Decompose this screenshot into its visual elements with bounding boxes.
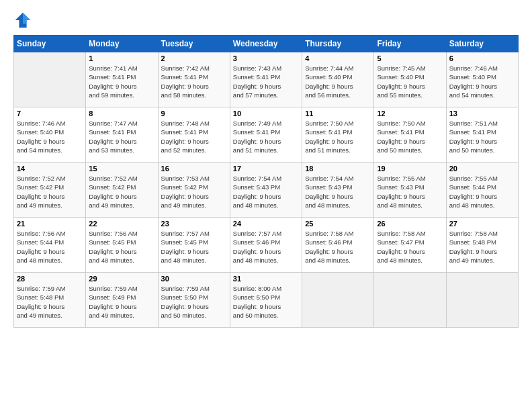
day-number: 14 bbox=[17, 165, 83, 173]
day-cell: 28Sunrise: 7:59 AM Sunset: 5:48 PM Dayli… bbox=[14, 273, 86, 328]
day-cell bbox=[302, 273, 374, 328]
day-number: 3 bbox=[233, 54, 299, 62]
day-number: 24 bbox=[233, 220, 299, 228]
logo-icon bbox=[13, 11, 32, 30]
day-cell: 2Sunrise: 7:42 AM Sunset: 5:41 PM Daylig… bbox=[158, 52, 230, 107]
day-info: Sunrise: 7:56 AM Sunset: 5:45 PM Dayligh… bbox=[89, 229, 154, 265]
day-info: Sunrise: 7:46 AM Sunset: 5:40 PM Dayligh… bbox=[17, 119, 83, 154]
day-number: 31 bbox=[233, 275, 299, 283]
day-info: Sunrise: 7:55 AM Sunset: 5:44 PM Dayligh… bbox=[449, 174, 515, 210]
day-number: 27 bbox=[449, 220, 515, 228]
day-info: Sunrise: 7:50 AM Sunset: 5:41 PM Dayligh… bbox=[377, 119, 443, 154]
day-info: Sunrise: 7:43 AM Sunset: 5:41 PM Dayligh… bbox=[233, 64, 299, 99]
day-info: Sunrise: 7:49 AM Sunset: 5:41 PM Dayligh… bbox=[233, 119, 299, 154]
col-header-monday: Monday bbox=[86, 36, 158, 52]
day-number: 21 bbox=[17, 220, 83, 228]
week-row-1: 1Sunrise: 7:41 AM Sunset: 5:41 PM Daylig… bbox=[14, 52, 519, 107]
day-number: 29 bbox=[89, 275, 154, 283]
col-header-wednesday: Wednesday bbox=[230, 36, 302, 52]
day-cell: 20Sunrise: 7:55 AM Sunset: 5:44 PM Dayli… bbox=[446, 163, 518, 218]
day-number: 2 bbox=[161, 54, 227, 62]
day-cell: 22Sunrise: 7:56 AM Sunset: 5:45 PM Dayli… bbox=[86, 218, 158, 273]
day-cell: 17Sunrise: 7:54 AM Sunset: 5:43 PM Dayli… bbox=[230, 163, 302, 218]
day-info: Sunrise: 7:55 AM Sunset: 5:43 PM Dayligh… bbox=[377, 174, 443, 210]
day-number: 22 bbox=[89, 220, 154, 228]
day-number: 6 bbox=[449, 54, 515, 62]
day-cell: 8Sunrise: 7:47 AM Sunset: 5:41 PM Daylig… bbox=[86, 107, 158, 163]
day-number: 4 bbox=[305, 54, 371, 62]
day-cell: 11Sunrise: 7:50 AM Sunset: 5:41 PM Dayli… bbox=[302, 107, 374, 163]
week-row-4: 21Sunrise: 7:56 AM Sunset: 5:44 PM Dayli… bbox=[14, 218, 519, 273]
day-info: Sunrise: 7:52 AM Sunset: 5:42 PM Dayligh… bbox=[89, 174, 154, 210]
day-info: Sunrise: 8:00 AM Sunset: 5:50 PM Dayligh… bbox=[233, 284, 299, 320]
calendar-table: SundayMondayTuesdayWednesdayThursdayFrid… bbox=[13, 35, 519, 328]
day-cell: 18Sunrise: 7:54 AM Sunset: 5:43 PM Dayli… bbox=[302, 163, 374, 218]
day-cell: 13Sunrise: 7:51 AM Sunset: 5:41 PM Dayli… bbox=[446, 107, 518, 163]
day-number: 8 bbox=[89, 109, 154, 118]
day-info: Sunrise: 7:41 AM Sunset: 5:41 PM Dayligh… bbox=[89, 64, 154, 99]
day-cell: 5Sunrise: 7:45 AM Sunset: 5:40 PM Daylig… bbox=[374, 52, 446, 107]
week-row-3: 14Sunrise: 7:52 AM Sunset: 5:42 PM Dayli… bbox=[14, 163, 519, 218]
day-number: 15 bbox=[89, 165, 154, 173]
day-info: Sunrise: 7:56 AM Sunset: 5:44 PM Dayligh… bbox=[17, 229, 83, 265]
day-cell: 7Sunrise: 7:46 AM Sunset: 5:40 PM Daylig… bbox=[14, 107, 86, 163]
day-cell: 9Sunrise: 7:48 AM Sunset: 5:41 PM Daylig… bbox=[158, 107, 230, 163]
day-number: 11 bbox=[305, 109, 371, 118]
svg-marker-1 bbox=[23, 13, 30, 24]
day-number: 16 bbox=[161, 165, 227, 173]
day-info: Sunrise: 7:57 AM Sunset: 5:46 PM Dayligh… bbox=[233, 229, 299, 265]
day-info: Sunrise: 7:58 AM Sunset: 5:46 PM Dayligh… bbox=[305, 229, 371, 265]
day-cell: 10Sunrise: 7:49 AM Sunset: 5:41 PM Dayli… bbox=[230, 107, 302, 163]
day-cell: 14Sunrise: 7:52 AM Sunset: 5:42 PM Dayli… bbox=[14, 163, 86, 218]
day-number: 25 bbox=[305, 220, 371, 228]
day-info: Sunrise: 7:45 AM Sunset: 5:40 PM Dayligh… bbox=[377, 64, 443, 99]
col-header-friday: Friday bbox=[374, 36, 446, 52]
week-row-2: 7Sunrise: 7:46 AM Sunset: 5:40 PM Daylig… bbox=[14, 107, 519, 163]
day-cell: 4Sunrise: 7:44 AM Sunset: 5:40 PM Daylig… bbox=[302, 52, 374, 107]
header-row: SundayMondayTuesdayWednesdayThursdayFrid… bbox=[14, 36, 519, 52]
day-cell: 23Sunrise: 7:57 AM Sunset: 5:45 PM Dayli… bbox=[158, 218, 230, 273]
day-number: 19 bbox=[377, 165, 443, 173]
day-number: 9 bbox=[161, 109, 227, 118]
day-number: 20 bbox=[449, 165, 515, 173]
day-cell: 16Sunrise: 7:53 AM Sunset: 5:42 PM Dayli… bbox=[158, 163, 230, 218]
day-cell: 15Sunrise: 7:52 AM Sunset: 5:42 PM Dayli… bbox=[86, 163, 158, 218]
day-cell: 3Sunrise: 7:43 AM Sunset: 5:41 PM Daylig… bbox=[230, 52, 302, 107]
day-info: Sunrise: 7:59 AM Sunset: 5:48 PM Dayligh… bbox=[17, 284, 83, 320]
day-number: 28 bbox=[17, 275, 83, 283]
day-cell: 29Sunrise: 7:59 AM Sunset: 5:49 PM Dayli… bbox=[86, 273, 158, 328]
day-info: Sunrise: 7:54 AM Sunset: 5:43 PM Dayligh… bbox=[305, 174, 371, 210]
col-header-saturday: Saturday bbox=[446, 36, 518, 52]
day-info: Sunrise: 7:59 AM Sunset: 5:50 PM Dayligh… bbox=[161, 284, 227, 320]
day-cell bbox=[446, 273, 518, 328]
header bbox=[13, 11, 519, 30]
day-cell: 1Sunrise: 7:41 AM Sunset: 5:41 PM Daylig… bbox=[86, 52, 158, 107]
col-header-sunday: Sunday bbox=[14, 36, 86, 52]
day-number: 5 bbox=[377, 54, 443, 62]
day-cell: 31Sunrise: 8:00 AM Sunset: 5:50 PM Dayli… bbox=[230, 273, 302, 328]
day-info: Sunrise: 7:57 AM Sunset: 5:45 PM Dayligh… bbox=[161, 229, 227, 265]
day-cell: 24Sunrise: 7:57 AM Sunset: 5:46 PM Dayli… bbox=[230, 218, 302, 273]
day-info: Sunrise: 7:44 AM Sunset: 5:40 PM Dayligh… bbox=[305, 64, 371, 99]
day-number: 13 bbox=[449, 109, 515, 118]
day-number: 7 bbox=[17, 109, 83, 118]
day-info: Sunrise: 7:53 AM Sunset: 5:42 PM Dayligh… bbox=[161, 174, 227, 210]
day-info: Sunrise: 7:50 AM Sunset: 5:41 PM Dayligh… bbox=[305, 119, 371, 154]
week-row-5: 28Sunrise: 7:59 AM Sunset: 5:48 PM Dayli… bbox=[14, 273, 519, 328]
day-info: Sunrise: 7:42 AM Sunset: 5:41 PM Dayligh… bbox=[161, 64, 227, 99]
day-info: Sunrise: 7:51 AM Sunset: 5:41 PM Dayligh… bbox=[449, 119, 515, 154]
day-info: Sunrise: 7:47 AM Sunset: 5:41 PM Dayligh… bbox=[89, 119, 154, 154]
day-number: 30 bbox=[161, 275, 227, 283]
day-number: 10 bbox=[233, 109, 299, 118]
day-info: Sunrise: 7:54 AM Sunset: 5:43 PM Dayligh… bbox=[233, 174, 299, 210]
day-cell bbox=[374, 273, 446, 328]
day-number: 23 bbox=[161, 220, 227, 228]
logo bbox=[13, 11, 35, 30]
day-number: 12 bbox=[377, 109, 443, 118]
day-cell bbox=[14, 52, 86, 107]
day-cell: 27Sunrise: 7:58 AM Sunset: 5:48 PM Dayli… bbox=[446, 218, 518, 273]
col-header-tuesday: Tuesday bbox=[158, 36, 230, 52]
day-cell: 12Sunrise: 7:50 AM Sunset: 5:41 PM Dayli… bbox=[374, 107, 446, 163]
day-cell: 25Sunrise: 7:58 AM Sunset: 5:46 PM Dayli… bbox=[302, 218, 374, 273]
day-cell: 6Sunrise: 7:46 AM Sunset: 5:40 PM Daylig… bbox=[446, 52, 518, 107]
